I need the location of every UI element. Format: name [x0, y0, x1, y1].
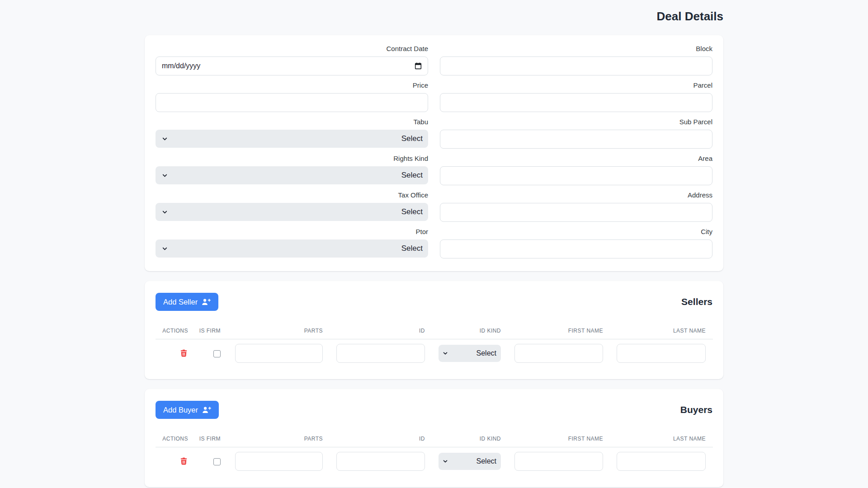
address-field: Address	[440, 191, 712, 222]
seller-first-name-input[interactable]	[514, 344, 603, 363]
tax-office-label: Tax Office	[156, 191, 428, 200]
tax-office-select-value: Select	[401, 207, 423, 216]
buyers-title: Buyers	[680, 404, 712, 415]
price-label: Price	[156, 81, 428, 90]
ptor-select[interactable]: Select	[156, 239, 428, 258]
ptor-field: Ptor Select	[156, 227, 428, 258]
buyers-col-is-firm: IS FIRM	[196, 435, 229, 447]
chevron-down-icon	[162, 173, 168, 178]
chevron-down-icon	[162, 136, 168, 142]
chevron-down-icon	[443, 351, 448, 356]
area-label: Area	[440, 154, 712, 163]
city-field: City	[440, 227, 712, 258]
tabu-select-value: Select	[401, 134, 423, 143]
sellers-title: Sellers	[681, 296, 712, 307]
buyers-col-id: ID	[330, 435, 432, 447]
buyer-parts-input[interactable]	[235, 452, 323, 471]
buyers-col-last-name: LAST NAME	[610, 435, 713, 447]
seller-last-name-input[interactable]	[617, 344, 706, 363]
rights-kind-select-value: Select	[401, 171, 423, 180]
add-buyer-button[interactable]: Add Buyer	[156, 401, 219, 419]
seller-is-firm-checkbox[interactable]	[213, 350, 221, 357]
address-input[interactable]	[440, 203, 712, 222]
person-plus-icon	[202, 406, 211, 413]
buyer-id-kind-value: Select	[476, 457, 496, 465]
parcel-input[interactable]	[440, 93, 712, 112]
block-field: Block	[440, 44, 712, 75]
tabu-label: Tabu	[156, 117, 428, 127]
sellers-col-is-firm: IS FIRM	[196, 327, 229, 339]
trash-icon	[180, 349, 187, 357]
contract-date-input[interactable]: mm/dd/yyyy	[156, 56, 428, 75]
sellers-col-id-kind: ID KIND	[432, 327, 508, 339]
tabu-select[interactable]: Select	[156, 130, 428, 148]
deal-details-card: Contract Date mm/dd/yyyy Block	[145, 35, 723, 271]
area-input[interactable]	[440, 166, 712, 185]
address-label: Address	[440, 191, 712, 200]
delete-buyer-button[interactable]	[179, 456, 188, 466]
contract-date-field: Contract Date mm/dd/yyyy	[156, 44, 428, 75]
tabu-field: Tabu Select	[156, 117, 428, 149]
page-title: Deal Details	[145, 9, 723, 23]
rights-kind-label: Rights Kind	[156, 154, 428, 163]
sellers-col-id: ID	[330, 327, 432, 339]
seller-parts-input[interactable]	[235, 344, 323, 363]
city-label: City	[440, 227, 712, 236]
chevron-down-icon	[443, 459, 448, 464]
sellers-col-parts: PARTS	[229, 327, 330, 339]
chevron-down-icon	[162, 209, 168, 215]
buyer-is-firm-checkbox[interactable]	[213, 458, 221, 465]
sellers-table: ACTIONS IS FIRM PARTS ID ID KIND FIRST N…	[156, 327, 713, 368]
block-input[interactable]	[440, 56, 712, 75]
buyers-col-first-name: FIRST NAME	[508, 435, 610, 447]
sellers-header-row: ACTIONS IS FIRM PARTS ID ID KIND FIRST N…	[156, 327, 713, 339]
sub-parcel-label: Sub Parcel	[440, 117, 712, 127]
delete-seller-button[interactable]	[179, 348, 188, 358]
tax-office-field: Tax Office Select	[156, 191, 428, 222]
calendar-icon[interactable]	[415, 62, 422, 70]
tax-office-select[interactable]: Select	[156, 203, 428, 221]
parcel-label: Parcel	[440, 81, 712, 90]
buyers-table: ACTIONS IS FIRM PARTS ID ID KIND FIRST N…	[156, 435, 713, 476]
page-container: Deal Details Contract Date mm/dd/yyyy	[145, 0, 723, 487]
buyer-row: Select	[156, 447, 713, 477]
rights-kind-select[interactable]: Select	[156, 166, 428, 184]
person-plus-icon	[202, 298, 211, 305]
sub-parcel-input[interactable]	[440, 130, 712, 149]
city-input[interactable]	[440, 239, 712, 258]
sellers-col-first-name: FIRST NAME	[508, 327, 610, 339]
buyers-col-parts: PARTS	[229, 435, 330, 447]
rights-kind-field: Rights Kind Select	[156, 154, 428, 185]
seller-row: Select	[156, 339, 713, 369]
contract-date-placeholder: mm/dd/yyyy	[162, 62, 200, 70]
price-input[interactable]	[156, 93, 428, 112]
contract-date-label: Contract Date	[156, 44, 428, 53]
add-seller-button-label: Add Seller	[163, 298, 198, 306]
trash-icon	[180, 457, 187, 465]
add-buyer-button-label: Add Buyer	[163, 406, 198, 414]
sellers-card: Add Seller Sellers ACTIONS IS	[145, 281, 723, 379]
seller-id-kind-value: Select	[476, 349, 496, 357]
buyer-first-name-input[interactable]	[514, 452, 603, 471]
seller-id-kind-select[interactable]: Select	[439, 345, 501, 362]
area-field: Area	[440, 154, 712, 185]
buyer-id-input[interactable]	[336, 452, 425, 471]
sellers-col-last-name: LAST NAME	[610, 327, 713, 339]
buyers-card: Add Buyer Buyers ACTIONS IS F	[145, 389, 723, 487]
buyers-header-row: ACTIONS IS FIRM PARTS ID ID KIND FIRST N…	[156, 435, 713, 447]
parcel-field: Parcel	[440, 81, 712, 112]
sellers-col-actions: ACTIONS	[156, 327, 196, 339]
buyers-col-actions: ACTIONS	[156, 435, 196, 447]
block-label: Block	[440, 44, 712, 53]
seller-id-input[interactable]	[336, 344, 425, 363]
chevron-down-icon	[162, 246, 168, 252]
price-field: Price	[156, 81, 428, 112]
sub-parcel-field: Sub Parcel	[440, 117, 712, 149]
add-seller-button[interactable]: Add Seller	[156, 293, 218, 311]
ptor-label: Ptor	[156, 227, 428, 236]
ptor-select-value: Select	[401, 244, 423, 253]
buyer-last-name-input[interactable]	[617, 452, 706, 471]
buyers-col-id-kind: ID KIND	[432, 435, 508, 447]
buyer-id-kind-select[interactable]: Select	[439, 453, 501, 470]
